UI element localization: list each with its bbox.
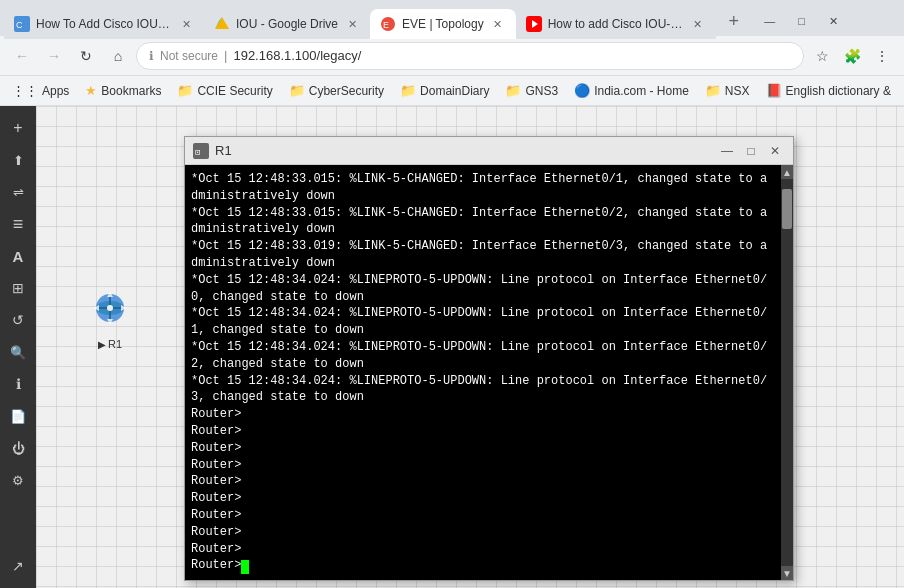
tab-title-youtube: How to add Cisco IOU-IOL i...	[548, 17, 684, 31]
sidebar-upload-button[interactable]: ⬆	[4, 146, 32, 174]
sidebar-export-button[interactable]: ↗	[4, 552, 32, 580]
bookmark-india-label: India.com - Home	[594, 84, 689, 98]
tab-favicon-cisco: C	[14, 16, 30, 32]
bookmark-ccie[interactable]: 📁 CCIE Security	[173, 81, 276, 100]
security-label: Not secure	[160, 49, 218, 63]
terminal-cursor	[241, 560, 249, 574]
security-icon: ℹ	[149, 49, 154, 63]
tab-bar: C How To Add Cisco IOU/IOL To E... ✕ IOU…	[0, 0, 904, 36]
sidebar-grid-button[interactable]: ⊞	[4, 274, 32, 302]
topology-canvas[interactable]: ▶ R1 ⊡ R1 — □ ✕ *Oc	[36, 106, 904, 588]
bookmark-english-dict[interactable]: 📕 English dictionary &	[762, 81, 895, 100]
router-svg-icon	[86, 286, 134, 334]
reload-button[interactable]: ↻	[72, 42, 100, 70]
back-button[interactable]: ←	[8, 42, 36, 70]
bookmark-apps-label: Apps	[42, 84, 69, 98]
svg-text:C: C	[16, 20, 23, 30]
extensions-button[interactable]: 🧩	[838, 42, 866, 70]
router-label: ▶ R1	[98, 338, 122, 350]
bookmark-gns3[interactable]: 📁 GNS3	[501, 81, 562, 100]
sidebar-text-button[interactable]: A	[4, 242, 32, 270]
bookmark-bookmarks-label: Bookmarks	[101, 84, 161, 98]
tab-youtube[interactable]: How to add Cisco IOU-IOL i... ✕	[516, 9, 716, 39]
apps-icon: ⋮⋮	[12, 83, 38, 98]
folder-ccie-icon: 📁	[177, 83, 193, 98]
bookmark-nsx-label: NSX	[725, 84, 750, 98]
folder-domain-icon: 📁	[400, 83, 416, 98]
terminal-app-icon: ⊡	[193, 143, 209, 159]
tab-title-drive: IOU - Google Drive	[236, 17, 338, 31]
terminal-controls: — □ ✕	[717, 141, 785, 161]
new-tab-button[interactable]: +	[720, 7, 748, 35]
svg-marker-2	[215, 17, 229, 29]
sidebar-list-button[interactable]: ≡	[4, 210, 32, 238]
sidebar-power-button[interactable]: ⏻	[4, 434, 32, 462]
terminal-minimize-button[interactable]: —	[717, 141, 737, 161]
star-icon: ★	[85, 83, 97, 98]
router-name: R1	[108, 338, 122, 350]
bookmark-cyber-label: CyberSecurity	[309, 84, 384, 98]
menu-button[interactable]: ⋮	[868, 42, 896, 70]
tab-title-cisco: How To Add Cisco IOU/IOL To E...	[36, 17, 172, 31]
sidebar-document-button[interactable]: 📄	[4, 402, 32, 430]
folder-cyber-icon: 📁	[289, 83, 305, 98]
router-node-r1[interactable]: ▶ R1	[86, 286, 134, 350]
bookmark-domaindiary[interactable]: 📁 DomainDiary	[396, 81, 493, 100]
bookmark-apps[interactable]: ⋮⋮ Apps	[8, 81, 73, 100]
maximize-browser[interactable]: □	[788, 7, 816, 35]
india-icon: 🔵	[574, 83, 590, 98]
terminal-body[interactable]: *Oct 15 12:48:33.015: %LINK-5-CHANGED: I…	[185, 165, 793, 580]
svg-point-16	[107, 305, 113, 311]
tab-favicon-drive	[214, 16, 230, 32]
bookmark-dict-label: English dictionary &	[786, 84, 891, 98]
svg-text:E: E	[383, 20, 389, 30]
terminal-output: *Oct 15 12:48:33.015: %LINK-5-CHANGED: I…	[191, 171, 787, 574]
scroll-track	[781, 179, 793, 566]
tab-favicon-eve: E	[380, 16, 396, 32]
tab-cisco-iou[interactable]: C How To Add Cisco IOU/IOL To E... ✕	[4, 9, 204, 39]
terminal-close-button[interactable]: ✕	[765, 141, 785, 161]
terminal-title-text: R1	[215, 143, 717, 158]
main-content: + ⬆ ⇌ ≡ A ⊞ ↺ 🔍 ℹ 📄 ⏻ ⚙ ↗	[0, 106, 904, 588]
tab-eve-topology[interactable]: E EVE | Topology ✕	[370, 9, 516, 39]
minimize-browser[interactable]: —	[756, 7, 784, 35]
sidebar-refresh-button[interactable]: ↺	[4, 306, 32, 334]
terminal-window-r1[interactable]: ⊡ R1 — □ ✕ *Oct 15 12:48:33.015: %LINK-5…	[184, 136, 794, 581]
tab-close-eve[interactable]: ✕	[490, 16, 506, 32]
bookmark-ccie-label: CCIE Security	[197, 84, 272, 98]
scroll-thumb[interactable]	[782, 189, 792, 229]
terminal-maximize-button[interactable]: □	[741, 141, 761, 161]
sidebar-info-button[interactable]: ℹ	[4, 370, 32, 398]
tab-favicon-youtube	[526, 16, 542, 32]
bookmark-india[interactable]: 🔵 India.com - Home	[570, 81, 693, 100]
bookmark-cybersecurity[interactable]: 📁 CyberSecurity	[285, 81, 388, 100]
tab-close-cisco[interactable]: ✕	[178, 16, 194, 32]
sidebar-zoom-button[interactable]: 🔍	[4, 338, 32, 366]
sidebar-add-button[interactable]: +	[4, 114, 32, 142]
eve-sidebar: + ⬆ ⇌ ≡ A ⊞ ↺ 🔍 ℹ 📄 ⏻ ⚙ ↗	[0, 106, 36, 588]
svg-text:⊡: ⊡	[195, 147, 200, 157]
dict-icon: 📕	[766, 83, 782, 98]
nav-actions: ☆ 🧩 ⋮	[808, 42, 896, 70]
scroll-down-arrow[interactable]: ▼	[781, 566, 793, 580]
forward-button[interactable]: →	[40, 42, 68, 70]
home-button[interactable]: ⌂	[104, 42, 132, 70]
bookmark-bookmarks[interactable]: ★ Bookmarks	[81, 81, 165, 100]
bookmark-domain-label: DomainDiary	[420, 84, 489, 98]
navigation-bar: ← → ↻ ⌂ ℹ Not secure | 192.168.1.100/leg…	[0, 36, 904, 76]
terminal-scrollbar[interactable]: ▲ ▼	[781, 165, 793, 580]
tab-title-eve: EVE | Topology	[402, 17, 484, 31]
sidebar-settings-button[interactable]: ⚙	[4, 466, 32, 494]
bookmark-page-button[interactable]: ☆	[808, 42, 836, 70]
router-play-icon: ▶	[98, 339, 106, 350]
address-bar[interactable]: ℹ Not secure | 192.168.1.100/legacy/	[136, 42, 804, 70]
tab-iou-drive[interactable]: IOU - Google Drive ✕	[204, 9, 370, 39]
close-browser[interactable]: ✕	[820, 7, 848, 35]
tab-close-drive[interactable]: ✕	[344, 16, 360, 32]
url-text: 192.168.1.100/legacy/	[233, 48, 361, 63]
folder-gns3-icon: 📁	[505, 83, 521, 98]
sidebar-network-button[interactable]: ⇌	[4, 178, 32, 206]
bookmark-nsx[interactable]: 📁 NSX	[701, 81, 754, 100]
scroll-up-arrow[interactable]: ▲	[781, 165, 793, 179]
tab-close-youtube[interactable]: ✕	[690, 16, 706, 32]
